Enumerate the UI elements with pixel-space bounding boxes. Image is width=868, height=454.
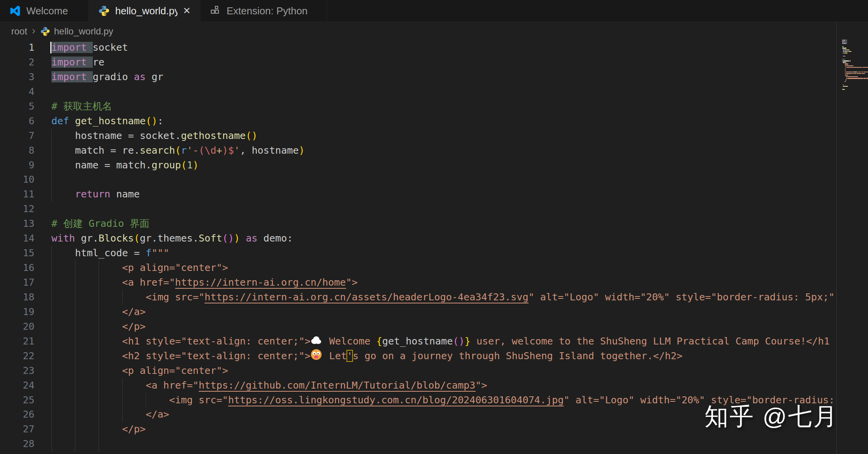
code-line-17[interactable]: 17 <a href="https://intern-ai.org.cn/hom…: [0, 275, 836, 290]
code-token: r: [181, 145, 187, 156]
line-number[interactable]: 6: [0, 114, 34, 128]
indent-guide: [51, 393, 52, 408]
tab-welcome[interactable]: Welcome: [0, 0, 89, 22]
code-token: s go on a journey through ShuSheng Islan…: [353, 350, 682, 361]
line-number[interactable]: 12: [0, 202, 34, 216]
breadcrumb-file[interactable]: hello_world.py: [54, 26, 113, 37]
code-line-6[interactable]: 6def get_hostname():: [0, 114, 836, 128]
editor-right-divider: [836, 22, 837, 454]
close-tab-icon[interactable]: ✕: [183, 6, 191, 15]
code-line-22[interactable]: 22 <h2 style="text-align: center;"> Let'…: [0, 349, 836, 363]
line-number[interactable]: 5: [0, 99, 34, 114]
indent-guide: [51, 363, 52, 378]
code-line-7[interactable]: 7 hostname = socket.gethostname(): [0, 128, 836, 143]
tab-extension-python[interactable]: Extension: Python: [200, 0, 327, 22]
code-token: (: [175, 145, 181, 156]
line-number[interactable]: 25: [0, 393, 34, 408]
code-line-14[interactable]: 14with gr.Blocks(gr.themes.Soft()) as de…: [0, 231, 836, 246]
line-number[interactable]: 21: [0, 334, 34, 349]
indent-guide: [99, 407, 99, 422]
code-token: import: [51, 57, 87, 68]
code-token: [51, 188, 75, 200]
line-number[interactable]: 14: [0, 231, 34, 246]
watermark-text: 知乎 @七月: [704, 400, 838, 433]
indent-guide: [51, 378, 52, 393]
code-token: gr: [146, 71, 164, 82]
line-number[interactable]: 27: [0, 422, 34, 437]
breadcrumb-root[interactable]: root: [11, 26, 27, 37]
line-number[interactable]: 10: [0, 172, 34, 187]
code-line-5[interactable]: 5# 获取主机名: [0, 99, 836, 114]
code-token: re: [93, 57, 104, 68]
code-editor[interactable]: 1import socket2import re3import gradio a…: [0, 40, 836, 454]
code-token: [69, 115, 75, 127]
text-cursor: [50, 42, 51, 53]
code-line-1[interactable]: 1import socket: [0, 40, 836, 55]
code-line-3[interactable]: 3import gradio as gr: [0, 70, 836, 84]
code-line-24[interactable]: 24 <a href="https://github.com/InternLM/…: [0, 378, 836, 393]
indent-guide: [75, 378, 75, 393]
line-number[interactable]: 13: [0, 216, 34, 231]
code-line-15[interactable]: 15 html_code = f""": [0, 246, 836, 260]
code-token: <h2 style="text-align: center;">: [51, 350, 310, 361]
code-token: , hostname: [240, 145, 298, 156]
code-line-4[interactable]: 4: [0, 84, 836, 99]
smile-emoji-icon: [310, 349, 322, 360]
line-number[interactable]: 17: [0, 275, 34, 290]
line-number[interactable]: 3: [0, 70, 34, 84]
line-number[interactable]: 23: [0, 363, 34, 378]
code-line-10[interactable]: 10: [0, 172, 836, 187]
line-number[interactable]: 24: [0, 378, 34, 393]
code-line-18[interactable]: 18 <img src="https://intern-ai.org.cn/as…: [0, 290, 836, 305]
code-line-9[interactable]: 9 name = match.group(1): [0, 158, 836, 173]
line-number[interactable]: 9: [0, 158, 34, 173]
code-line-2[interactable]: 2import re: [0, 55, 836, 70]
line-number[interactable]: 28: [0, 437, 34, 451]
tab-bar: Welcome hello_world.py ✕ Extension: Pyth…: [0, 0, 868, 22]
code-line-20[interactable]: 20 </p>: [0, 319, 836, 334]
code-line-19[interactable]: 19 </a>: [0, 305, 836, 319]
indent-guide: [51, 246, 52, 260]
minimap[interactable]: [842, 39, 868, 156]
code-line-13[interactable]: 13# 创建 Gradio 界面: [0, 216, 836, 231]
code-token: hostname = socket.: [51, 130, 181, 141]
line-number[interactable]: 18: [0, 290, 34, 305]
line-number[interactable]: 15: [0, 246, 34, 260]
code-token: as: [134, 71, 145, 82]
tab-label: hello_world.py: [115, 5, 177, 17]
code-line-28[interactable]: 28: [0, 437, 836, 451]
line-number[interactable]: 16: [0, 260, 34, 275]
code-line-11[interactable]: 11 return name: [0, 187, 836, 202]
line-number[interactable]: 19: [0, 305, 34, 319]
line-number[interactable]: 20: [0, 319, 34, 334]
indent-guide: [51, 275, 52, 290]
indent-guide: [99, 305, 99, 319]
indent-guide: [51, 290, 52, 305]
code-token: Soft: [199, 233, 222, 244]
indent-guide: [99, 437, 99, 451]
code-line-8[interactable]: 8 match = re.search(r'-(\d+)$', hostname…: [0, 143, 836, 158]
indent-guide: [146, 393, 146, 408]
line-content: <a href="https://intern-ai.org.cn/home">: [51, 275, 836, 290]
code-token: <h1 style="text-align: center;">: [51, 336, 310, 347]
tab-hello-world-py[interactable]: hello_world.py ✕: [89, 0, 200, 22]
code-line-16[interactable]: 16 <p align="center">: [0, 260, 836, 275]
code-line-21[interactable]: 21 <h1 style="text-align: center;"> Welc…: [0, 334, 836, 349]
line-number[interactable]: 2: [0, 55, 34, 70]
line-number[interactable]: 1: [0, 40, 34, 55]
indent-guide: [122, 393, 123, 408]
line-number[interactable]: 8: [0, 143, 34, 158]
indent-guide: [75, 407, 75, 422]
line-number[interactable]: 26: [0, 407, 34, 422]
line-number[interactable]: 22: [0, 349, 34, 363]
line-number[interactable]: 4: [0, 84, 34, 99]
code-line-12[interactable]: 12: [0, 202, 836, 216]
line-number[interactable]: 7: [0, 128, 34, 143]
line-content: <h1 style="text-align: center;"> Welcome…: [51, 334, 836, 349]
code-line-23[interactable]: 23 <p align="center">: [0, 363, 836, 378]
line-content: <h2 style="text-align: center;"> Let's g…: [51, 349, 836, 363]
line-number[interactable]: 11: [0, 187, 34, 202]
code-token: import: [51, 42, 87, 53]
line-content: name = match.group(1): [51, 158, 836, 173]
code-token: user, welcome to the ShuSheng LLM Practi…: [471, 336, 830, 347]
